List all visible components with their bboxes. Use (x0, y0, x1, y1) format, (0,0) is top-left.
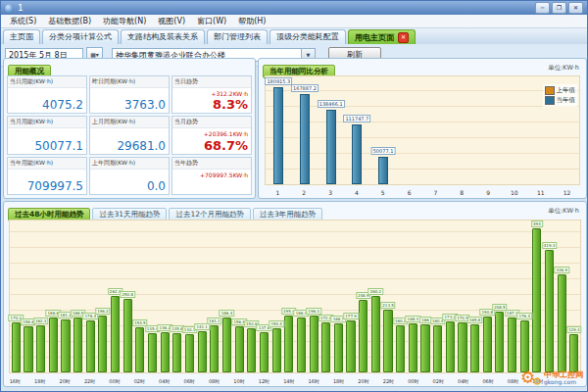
bar[interactable] (61, 319, 70, 372)
bar[interactable] (185, 334, 194, 372)
bar[interactable] (148, 333, 157, 372)
bar[interactable] (210, 325, 219, 372)
x-tick-label (369, 378, 382, 384)
tab-close-icon[interactable]: ✕ (398, 32, 409, 43)
bar[interactable] (433, 325, 442, 372)
stat-card: 当月趋势+20396.1KW·h68.7% (172, 116, 252, 154)
bar-slot: 181.2 (60, 220, 73, 372)
document-tab[interactable]: 用电主页面✕ (348, 29, 416, 44)
bar[interactable] (300, 94, 310, 184)
menu-bar: 系统(S)基础数据(B)功能导航(N)视图(V)窗口(W)帮助(H) (1, 15, 587, 28)
bar[interactable] (508, 318, 516, 372)
x-tick-label (320, 378, 333, 384)
bar[interactable] (260, 332, 269, 372)
bar[interactable] (383, 310, 392, 372)
stat-card: 昨日同期(KW·h)3763.0 (89, 75, 170, 114)
bar-value-label: 167887.2 (291, 84, 318, 92)
bar-slot: 162.3 (34, 220, 47, 372)
x-tick-label (72, 378, 84, 384)
x-tick-label: 6 (396, 189, 422, 196)
bar-slot: 160.4 (431, 220, 444, 372)
bar[interactable] (24, 326, 32, 372)
bar[interactable] (409, 323, 417, 372)
bar[interactable] (446, 321, 455, 372)
bar[interactable] (420, 324, 429, 372)
bar[interactable] (346, 320, 355, 372)
bar-slot: 336.9 (556, 220, 568, 372)
x-tick-label (419, 378, 432, 384)
bar[interactable] (36, 325, 45, 372)
bar-slot (501, 76, 527, 184)
x-tick-label: 06时 (482, 378, 495, 384)
bar[interactable] (161, 332, 170, 372)
bar[interactable] (172, 333, 181, 372)
bar-slot: 150.4 (270, 220, 283, 372)
menu-item[interactable]: 帮助(H) (232, 16, 271, 26)
x-tick-label: 18时 (33, 378, 46, 384)
bar[interactable] (86, 320, 95, 372)
close-icon[interactable]: ✕ (568, 2, 583, 14)
bar[interactable] (326, 110, 336, 184)
bar[interactable] (135, 327, 144, 372)
bar-value-label: 168.3 (406, 316, 420, 322)
bar[interactable] (222, 318, 231, 372)
bar[interactable] (272, 328, 281, 372)
maximize-icon[interactable]: ❐ (552, 2, 566, 14)
menu-item[interactable]: 视图(V) (152, 16, 191, 26)
minimize-icon[interactable]: ─ (535, 2, 550, 14)
menu-item[interactable]: 窗口(W) (191, 16, 232, 26)
bar[interactable] (359, 300, 368, 372)
bar[interactable] (198, 331, 207, 372)
bar[interactable] (310, 316, 318, 373)
bar[interactable] (371, 296, 380, 372)
bar[interactable] (98, 316, 107, 372)
stat-card: 当月用能(KW·h)50077.1 (7, 116, 87, 154)
bar[interactable] (273, 87, 283, 185)
document-tab[interactable]: 主页面 (3, 29, 40, 44)
yearly-x-axis: 123456789101112 (265, 189, 580, 196)
bar[interactable] (74, 318, 82, 372)
bar[interactable] (378, 157, 388, 184)
bar[interactable] (49, 318, 58, 372)
stat-card-label: 当年用能(KW·h) (8, 158, 86, 170)
bar[interactable] (558, 274, 566, 372)
bar[interactable] (235, 326, 244, 372)
bar-value-label: 250.8 (121, 291, 135, 298)
stat-card-label: 当年趋势 (172, 158, 251, 170)
x-tick-label (220, 378, 233, 384)
document-tab[interactable]: 支路结构及装表关系 (121, 29, 205, 44)
overview-panel: 用能概况 当日用能(KW·h)4075.2昨日同期(KW·h)3763.0当日趋… (3, 58, 256, 199)
bar[interactable] (12, 322, 21, 372)
bar[interactable] (396, 325, 405, 372)
bar[interactable] (284, 316, 293, 372)
stat-card-label: 昨日同期(KW·h) (90, 76, 169, 88)
menu-item[interactable]: 基础数据(B) (42, 16, 97, 26)
bar[interactable] (247, 328, 256, 372)
x-tick-label (395, 378, 408, 384)
document-tab[interactable]: 顶级分类能耗配置 (270, 29, 346, 44)
document-tab[interactable]: 部门管理列表 (207, 29, 268, 44)
bar[interactable] (520, 320, 529, 372)
document-tab[interactable]: 分类分项计算公式 (42, 29, 119, 44)
bar[interactable] (545, 250, 554, 372)
x-tick-label (46, 378, 59, 384)
bar[interactable] (321, 322, 330, 373)
unit-label: 单位:KW·h (548, 207, 579, 216)
app-icon (5, 4, 14, 13)
bar[interactable] (532, 228, 541, 372)
menu-item[interactable]: 系统(S) (4, 16, 42, 26)
bar[interactable] (123, 299, 132, 372)
menu-item[interactable]: 功能导航(N) (97, 16, 152, 26)
stat-card: 当年趋势+709997.5KW·h (172, 157, 252, 195)
bar[interactable] (297, 318, 306, 372)
bar[interactable] (334, 323, 343, 372)
bar-slot: 170.2 (10, 220, 23, 372)
bar[interactable] (569, 334, 578, 372)
bar[interactable] (495, 312, 504, 372)
bar[interactable] (352, 124, 362, 184)
bar[interactable] (111, 296, 120, 372)
x-tick-label: 1 (265, 189, 291, 196)
bar[interactable] (470, 324, 479, 372)
bar[interactable] (483, 317, 492, 372)
bar[interactable] (458, 322, 466, 372)
